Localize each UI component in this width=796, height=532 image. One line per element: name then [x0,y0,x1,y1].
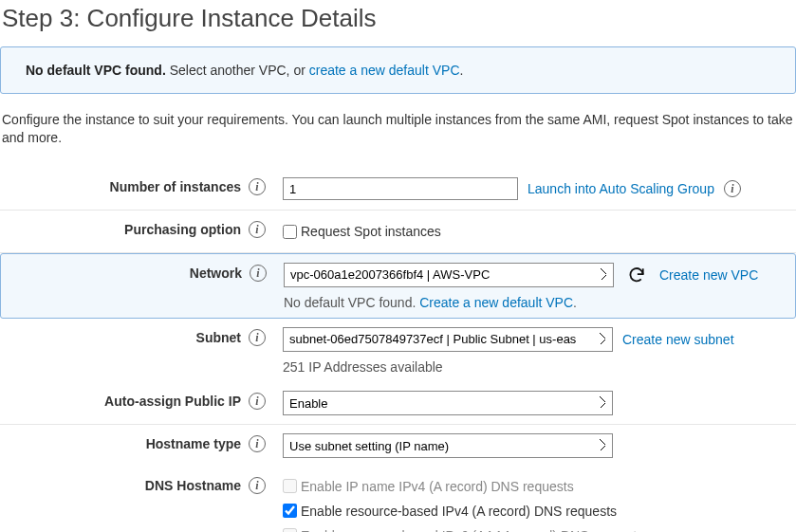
request-spot-label: Request Spot instances [301,224,441,239]
row-dns-hostname: DNS Hostname i Enable IP name IPv4 (A re… [0,467,796,532]
create-new-vpc-link[interactable]: Create new VPC [659,267,758,283]
notice-text: Select another VPC, or [166,63,309,78]
row-subnet: Subnet i subnet-06ed7507849737ecf | Publ… [0,319,796,382]
refresh-icon[interactable] [627,266,646,284]
dns-resource-ipv6-checkbox [283,528,297,532]
info-icon[interactable]: i [249,435,266,452]
dns-resource-ipv4-label: Enable resource-based IPv4 (A record) DN… [301,504,617,519]
hostname-type-select[interactable]: Use subnet setting (IP name) [283,433,613,458]
launch-asg-link[interactable]: Launch into Auto Scaling Group [528,181,714,196]
row-hostname-type: Hostname type i Use subnet setting (IP n… [0,425,796,467]
number-of-instances-input[interactable] [283,177,518,200]
request-spot-checkbox[interactable] [283,225,297,239]
info-icon[interactable]: i [249,329,266,346]
info-icon[interactable]: i [249,178,266,195]
info-icon[interactable]: i [724,180,741,197]
network-subtext-prefix: No default VPC found. [284,295,419,310]
label-subnet: Subnet [0,326,249,345]
info-icon[interactable]: i [249,393,266,410]
info-icon[interactable]: i [249,221,266,238]
public-ip-select[interactable]: Enable [283,391,613,415]
dns-resource-ipv6-label: Enable resource-based IPv6 (AAAA record)… [301,528,643,532]
row-purchasing-option: Purchasing option i Request Spot instanc… [0,211,796,253]
create-default-vpc-link-2[interactable]: Create a new default VPC [419,295,573,310]
label-network: Network [1,262,250,281]
info-icon[interactable]: i [250,265,267,282]
info-icon[interactable]: i [249,477,266,494]
subnet-select[interactable]: subnet-06ed7507849737ecf | Public Subnet… [283,327,613,352]
row-network: Network i vpc-060a1e2007366fbf4 | AWS-VP… [0,253,796,319]
label-hostname-type: Hostname type [0,432,249,451]
notice-bold: No default VPC found. [26,63,166,78]
no-default-vpc-notice: No default VPC found. Select another VPC… [0,46,796,94]
row-public-ip: Auto-assign Public IP i Enable [0,382,796,425]
row-number-of-instances: Number of instances i Launch into Auto S… [0,168,796,211]
label-purchasing-option: Purchasing option [0,218,249,237]
page-title: Step 3: Configure Instance Details [2,4,796,33]
notice-after: . [460,63,464,78]
create-default-vpc-link[interactable]: create a new default VPC [309,63,460,78]
label-public-ip: Auto-assign Public IP [0,390,249,409]
network-subtext-after: . [573,295,577,310]
network-select[interactable]: vpc-060a1e2007366fbf4 | AWS-VPC [284,263,614,287]
dns-ipname-ipv4-label: Enable IP name IPv4 (A record) DNS reque… [301,479,574,494]
dns-ipname-ipv4-checkbox [283,479,297,493]
subnet-ip-count: 251 IP Addresses available [283,359,796,375]
intro-text: Configure the instance to suit your requ… [2,111,796,147]
label-dns-hostname: DNS Hostname [0,474,249,493]
config-form: Number of instances i Launch into Auto S… [0,168,796,532]
dns-resource-ipv4-checkbox[interactable] [283,504,297,518]
create-new-subnet-link[interactable]: Create new subnet [622,332,734,347]
label-number-of-instances: Number of instances [0,175,249,194]
